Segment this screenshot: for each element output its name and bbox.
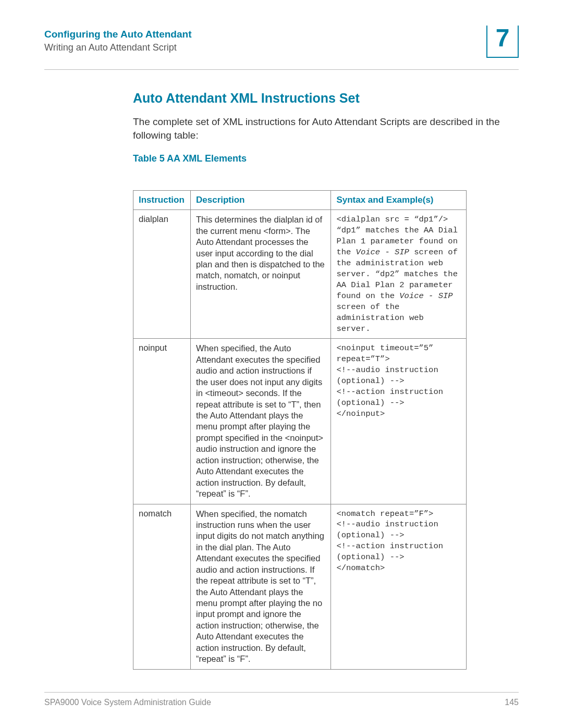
main-content: Auto Attendant XML Instructions Set The …	[133, 91, 519, 670]
cell-syntax: <noinput timeout=”5” repeat=”T”> <!--aud…	[331, 339, 467, 504]
th-description: Description	[190, 191, 331, 210]
table-label: Table 5 AA XML Elements	[133, 153, 519, 164]
th-syntax: Syntax and Example(s)	[331, 191, 467, 210]
footer-doc-title: SPA9000 Voice System Administration Guid…	[44, 698, 211, 707]
table-header-row: Instruction Description Syntax and Examp…	[133, 191, 467, 210]
cell-instruction: dialplan	[133, 210, 191, 339]
page-footer: SPA9000 Voice System Administration Guid…	[44, 692, 519, 707]
cell-syntax: <dialplan src = “dp1”/> “dp1” matches th…	[331, 210, 467, 339]
cell-syntax: <nomatch repeat=”F”> <!--audio instructi…	[331, 504, 467, 669]
page-header: Configuring the Auto Attendant Writing a…	[44, 29, 519, 70]
chapter-title: Configuring the Auto Attendant	[44, 29, 191, 40]
table-row: nomatch When specified, the nomatch inst…	[133, 504, 467, 669]
footer-page-number: 145	[505, 698, 519, 707]
chapter-number: 7	[496, 26, 510, 51]
cell-instruction: nomatch	[133, 504, 191, 669]
th-instruction: Instruction	[133, 191, 191, 210]
intro-paragraph: The complete set of XML instructions for…	[133, 115, 519, 142]
aa-xml-elements-table: Instruction Description Syntax and Examp…	[133, 190, 467, 669]
cell-description: When specified, the Auto Attendant execu…	[190, 339, 331, 504]
cell-description: When specified, the nomatch instruction …	[190, 504, 331, 669]
cell-description: This determines the dialplan id of the c…	[190, 210, 331, 339]
table-row: noinput When specified, the Auto Attenda…	[133, 339, 467, 504]
table-row: dialplan This determines the dialplan id…	[133, 210, 467, 339]
cell-instruction: noinput	[133, 339, 191, 504]
heading-xml-instructions: Auto Attendant XML Instructions Set	[133, 91, 519, 106]
chapter-number-box: 7	[486, 26, 519, 58]
section-title: Writing an Auto Attendant Script	[44, 42, 191, 53]
